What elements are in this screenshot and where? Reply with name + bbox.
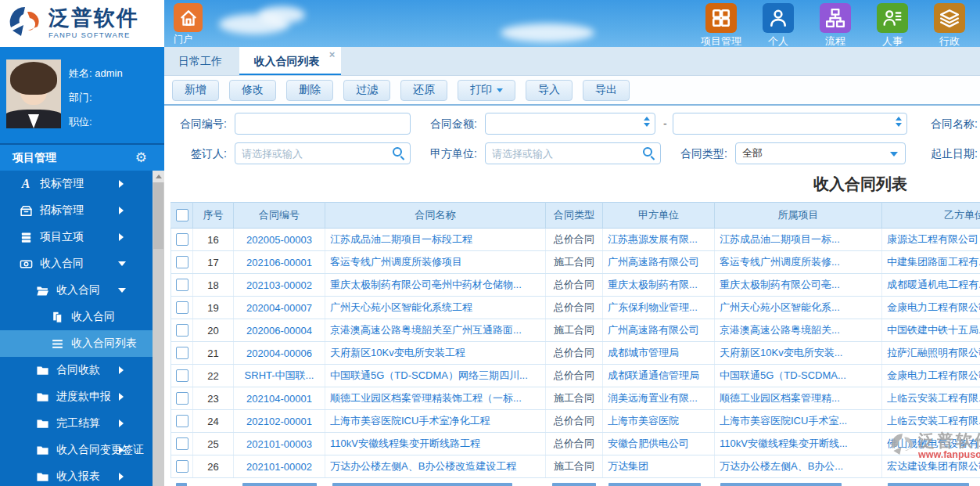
toolbar-delete-button[interactable]: 删除 xyxy=(286,80,333,101)
cell-project[interactable]: 江苏成品油二期项目一标... xyxy=(715,229,882,251)
cell-name[interactable]: 天府新区10Kv变电所安装工程 xyxy=(325,342,546,365)
cell-party_b[interactable]: 拉萨汇融照明有限公司 xyxy=(882,342,980,365)
cell-name[interactable]: 广州天心苑小区智能化系统工程 xyxy=(325,297,546,319)
cell-name[interactable]: 110kV安徽线程集变开断线路工程 xyxy=(325,433,546,455)
cell-project[interactable]: 客运专线广州调度所装修... xyxy=(715,251,882,274)
cell-project[interactable]: 万达办公楼左侧A、B办公... xyxy=(715,455,882,478)
row-checkbox[interactable] xyxy=(176,437,188,450)
sidebar-item-5-收入合同[interactable]: 收入合同 xyxy=(0,304,164,330)
cell-party_a[interactable]: 广东保利物业管理... xyxy=(603,297,715,319)
cell-party_b[interactable]: 成都暖通机电工程有... xyxy=(882,274,980,297)
sidebar-item-7-合同收款[interactable]: 合同收款 xyxy=(0,357,164,383)
toolbar-edit-button[interactable]: 修改 xyxy=(229,80,276,101)
gear-icon[interactable] xyxy=(135,145,147,171)
sidebar-item-9-完工结算[interactable]: 完工结算 xyxy=(0,410,164,437)
cell-party_a[interactable]: 江苏惠源发展有限... xyxy=(603,229,715,251)
row-checkbox[interactable] xyxy=(176,256,188,268)
nav-item-portal[interactable]: 门户 xyxy=(174,3,208,46)
row-checkbox[interactable] xyxy=(176,324,188,337)
cell-party_a[interactable]: 重庆太极制药有限... xyxy=(603,274,715,297)
search-icon[interactable] xyxy=(643,147,655,159)
cell-code[interactable]: 202006-00004 xyxy=(234,319,325,342)
nav-item-process[interactable]: 流程 xyxy=(813,3,858,49)
cell-project[interactable]: 天府新区10Kv变电所安装... xyxy=(715,342,882,365)
number-spinner-icon[interactable] xyxy=(644,117,650,127)
sidebar-item-11-收入报表[interactable]: 收入报表 xyxy=(0,463,164,486)
close-icon[interactable] xyxy=(329,49,336,59)
row-checkbox[interactable] xyxy=(176,279,188,291)
sidebar-scrollbar[interactable] xyxy=(153,171,164,486)
row-checkbox[interactable] xyxy=(176,415,188,427)
cell-code[interactable]: 202004-00006 xyxy=(234,342,325,365)
contract-no-input[interactable] xyxy=(235,113,411,135)
cell-party_a[interactable]: 广州高速路有限公司 xyxy=(603,251,715,274)
cell-party_b[interactable]: 宏达建设集团有限公司 xyxy=(882,455,980,478)
signer-input[interactable] xyxy=(235,142,411,164)
scroll-up-arrow-icon[interactable] xyxy=(153,171,164,182)
row-checkbox[interactable] xyxy=(176,233,188,246)
nav-item-project-management[interactable]: 项目管理 xyxy=(698,3,744,49)
toolbar-export-button[interactable]: 导出 xyxy=(583,80,630,101)
nav-item-admin[interactable]: 行政 xyxy=(927,3,972,49)
cell-party_a[interactable]: 成都城市管理局 xyxy=(603,342,715,365)
row-checkbox[interactable] xyxy=(176,460,188,473)
toolbar-print-button[interactable]: 打印 xyxy=(458,80,515,101)
nav-item-hr[interactable]: 人事 xyxy=(870,3,915,49)
cell-party_a[interactable]: 上海市美容医院 xyxy=(603,410,715,433)
cell-project[interactable]: 中国联通5G（TD-SCDMA... xyxy=(715,365,882,387)
sidebar-item-3-收入合同[interactable]: 收入合同 xyxy=(0,250,164,277)
cell-code[interactable]: 202103-00002 xyxy=(234,274,325,297)
row-checkbox[interactable] xyxy=(176,301,188,314)
cell-party_a[interactable]: 安徽合肥供电公司 xyxy=(603,433,715,455)
cell-project[interactable]: 重庆太极制药有限公司亳... xyxy=(715,274,882,297)
cell-code[interactable]: 202106-00001 xyxy=(234,251,325,274)
sidebar-item-6-收入合同列表[interactable]: 收入合同列表 xyxy=(0,330,164,357)
cell-party_a[interactable]: 润美远海置业有限... xyxy=(603,387,715,410)
cell-code[interactable]: 202004-00007 xyxy=(234,297,325,319)
cell-name[interactable]: 顺德工业园区档案管理精装饰工程（一标... xyxy=(325,387,546,410)
toolbar-restore-button[interactable]: 还原 xyxy=(400,80,447,101)
cell-code[interactable]: 202101-00002 xyxy=(234,455,325,478)
cell-code[interactable]: 202101-00003 xyxy=(234,433,325,455)
party-a-input[interactable] xyxy=(485,142,661,164)
cell-code[interactable]: 202005-00003 xyxy=(234,229,325,251)
cell-party_b[interactable]: 康源达工程有限公司 xyxy=(882,229,980,251)
cell-project[interactable]: 京港澳高速公路粤境韶关... xyxy=(715,319,882,342)
toolbar-import-button[interactable]: 导入 xyxy=(526,80,573,101)
toolbar-new-button[interactable]: 新增 xyxy=(172,80,219,101)
search-icon[interactable] xyxy=(393,147,404,159)
amount-to-input[interactable] xyxy=(673,113,907,135)
tab-daily-work[interactable]: 日常工作 xyxy=(164,47,236,75)
cell-party_b[interactable]: 中建集团路面工程有... xyxy=(882,251,980,274)
cell-party_b[interactable]: 金康电力工程有限公司 xyxy=(882,297,980,319)
cell-party_b[interactable]: 金康电力工程有限公司 xyxy=(882,365,980,387)
scrollbar-thumb[interactable] xyxy=(153,182,163,249)
cell-project[interactable]: 顺德工业园区档案管理精... xyxy=(715,387,882,410)
cell-project[interactable]: 广州天心苑小区智能化系... xyxy=(715,297,882,319)
cell-name[interactable]: 上海市美容医院ICU手术室净化工程 xyxy=(325,410,546,433)
sidebar-item-1-招标管理[interactable]: 招标管理 xyxy=(0,197,164,224)
cell-party_b[interactable]: 上临云安装工程有限... xyxy=(882,410,980,433)
cell-name[interactable]: 客运专线广州调度所装修项目 xyxy=(325,251,546,274)
tab-income-contract-list[interactable]: 收入合同列表 xyxy=(239,47,341,75)
cell-party_b[interactable]: 上临云安装工程有限... xyxy=(882,387,980,410)
cell-party_b[interactable]: 中国铁建中铁十五局... xyxy=(882,319,980,342)
select-all-checkbox[interactable] xyxy=(176,209,188,221)
cell-party_a[interactable]: 广州高速路有限公司 xyxy=(603,319,715,342)
amount-from-input[interactable] xyxy=(485,113,655,135)
contract-type-select[interactable]: 全部 xyxy=(735,142,906,164)
sidebar-item-4-收入合同[interactable]: 收入合同 xyxy=(0,277,164,304)
row-checkbox[interactable] xyxy=(176,369,188,382)
number-spinner-icon[interactable] xyxy=(896,117,902,127)
cell-project[interactable]: 110kV安徽线程集变开断线... xyxy=(715,433,882,455)
cell-name[interactable]: 京港澳高速公路粤境韶关至广州互通路面... xyxy=(325,319,546,342)
cell-name[interactable]: 江苏成品油二期项目一标段工程 xyxy=(325,229,546,251)
row-checkbox[interactable] xyxy=(176,347,188,359)
nav-item-personal[interactable]: 个人 xyxy=(756,3,801,49)
sidebar-item-2-项目立项[interactable]: 项目立项 xyxy=(0,224,164,250)
sidebar-item-10-收入合同变更签证[interactable]: 收入合同变更签证 xyxy=(0,437,164,463)
row-checkbox[interactable] xyxy=(176,392,188,405)
cell-name[interactable]: 中国联通5G（TD-SCDMA）网络三期四川... xyxy=(325,365,546,387)
cell-code[interactable]: 202104-00001 xyxy=(234,387,325,410)
cell-name[interactable]: 万达办公楼左侧A、B办公楼改造建设工程 xyxy=(325,455,546,478)
